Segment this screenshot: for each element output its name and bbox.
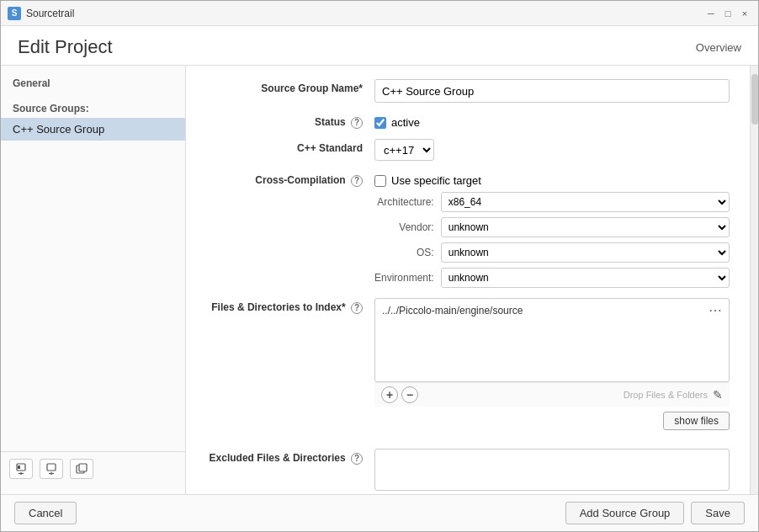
cpp-standard-label: C++ Standard [206, 139, 374, 154]
add-source-group-button[interactable]: Add Source Group [565, 502, 685, 524]
excluded-files-help-icon[interactable]: ? [351, 453, 363, 465]
add-file-button[interactable]: + [381, 386, 398, 403]
drop-hint-label: Drop Files & Folders [624, 390, 708, 400]
excluded-files-row: Excluded Files & Directories ? [206, 449, 730, 491]
right-buttons: Add Source Group Save [565, 502, 745, 524]
general-label: General [1, 74, 185, 93]
bottom-bar: Cancel Add Source Group Save [1, 494, 758, 531]
status-active-label: active [391, 116, 420, 129]
show-files-button[interactable]: show files [663, 412, 730, 430]
source-groups-label: Source Groups: [1, 99, 185, 118]
files-directories-help-icon[interactable]: ? [351, 302, 363, 314]
files-directories-label-container: Files & Directories to Index* ? [206, 298, 374, 314]
content-area: General Source Groups: C++ Source Group [1, 65, 758, 494]
cross-compilation-label: Cross-Compilation [255, 174, 345, 186]
cpp-standard-select[interactable]: c++17 c++14 c++11 c++03 [374, 139, 434, 161]
cross-compilation-control: Use specific target Architecture: x86_64… [374, 171, 730, 288]
source-group-name-input[interactable] [374, 79, 730, 103]
remove-file-button[interactable]: − [401, 386, 418, 403]
status-row: Status ? active [206, 113, 730, 129]
file-item-options-button[interactable]: ⋯ [709, 302, 722, 318]
cancel-button[interactable]: Cancel [14, 502, 77, 524]
architecture-select[interactable]: x86_64 [441, 192, 730, 212]
app-title: Sourcetrail [26, 8, 704, 19]
add-icon [15, 463, 27, 475]
status-help-icon[interactable]: ? [351, 117, 363, 129]
excluded-files-control [374, 449, 730, 491]
add-remove-buttons: + − [381, 386, 418, 403]
title-bar: S Sourcetrail ─ □ × [1, 1, 758, 26]
cpp-standard-row: C++ Standard c++17 c++14 c++11 c++03 [206, 139, 730, 161]
show-files-row: show files [374, 412, 730, 430]
add-group-icon-button[interactable] [9, 459, 33, 479]
copy-icon [76, 463, 88, 475]
status-label-container: Status ? [206, 113, 374, 129]
vendor-select[interactable]: unknown [441, 217, 730, 237]
overview-link[interactable]: Overview [696, 41, 741, 54]
arch-grid: Architecture: x86_64 Vendor: unknown OS:… [374, 192, 730, 288]
architecture-label: Architecture: [374, 196, 434, 208]
save-button[interactable]: Save [691, 502, 745, 524]
edit-file-icon[interactable]: ✎ [713, 388, 723, 402]
cpp-standard-control: c++17 c++14 c++11 c++03 [374, 139, 730, 161]
cross-compilation-label-container: Cross-Compilation ? [206, 171, 374, 187]
page-header: Edit Project Overview [1, 26, 758, 65]
vendor-label: Vendor: [374, 221, 434, 233]
excluded-files-box [374, 449, 730, 491]
window-controls: ─ □ × [704, 7, 751, 20]
file-list-toolbar: + − Drop Files & Folders ✎ [374, 382, 730, 407]
os-select[interactable]: unknown [441, 242, 730, 263]
files-directories-label: Files & Directories to Index* [211, 301, 345, 313]
cross-compilation-row: Cross-Compilation ? Use specific target … [206, 171, 730, 288]
cross-compilation-help-icon[interactable]: ? [351, 175, 363, 187]
file-list-box: ../../Piccolo-main/engine/source ⋯ [374, 298, 730, 382]
sidebar: General Source Groups: C++ Source Group [1, 66, 186, 494]
file-path-label: ../../Piccolo-main/engine/source [382, 305, 523, 317]
sidebar-item-cpp-source-group[interactable]: C++ Source Group [1, 118, 185, 141]
files-directories-row: Files & Directories to Index* ? ../../Pi… [206, 298, 730, 439]
files-directories-control: ../../Piccolo-main/engine/source ⋯ + − D… [374, 298, 730, 430]
specific-target-row: Use specific target [374, 171, 730, 187]
status-label: Status [315, 116, 346, 128]
main-window: S Sourcetrail ─ □ × Edit Project Overvie… [0, 0, 759, 532]
remove-icon [45, 463, 57, 475]
status-checkbox[interactable] [374, 117, 386, 129]
source-group-name-control [374, 79, 730, 103]
specific-target-checkbox[interactable] [374, 175, 386, 187]
maximize-button[interactable]: □ [721, 7, 735, 20]
copy-group-icon-button[interactable] [70, 459, 93, 479]
status-control: active [374, 113, 730, 129]
source-group-name-label: Source Group Name* [206, 79, 374, 94]
close-button[interactable]: × [738, 7, 751, 20]
environment-select[interactable]: unknown [441, 268, 730, 288]
source-group-name-row: Source Group Name* [206, 79, 730, 103]
svg-rect-3 [18, 466, 20, 469]
status-checkbox-row: active [374, 113, 730, 129]
os-label: OS: [374, 247, 434, 258]
svg-rect-4 [47, 464, 56, 471]
excluded-files-label-container: Excluded Files & Directories ? [206, 449, 374, 465]
scrollbar-thumb[interactable] [751, 74, 758, 125]
scrollbar-track[interactable] [750, 66, 758, 494]
environment-label: Environment: [374, 272, 434, 284]
page-title: Edit Project [18, 36, 113, 58]
main-panel: Source Group Name* Status ? active [186, 66, 750, 494]
svg-rect-8 [79, 464, 87, 471]
specific-target-label: Use specific target [391, 174, 481, 187]
sidebar-bottom [1, 451, 185, 486]
remove-group-icon-button[interactable] [40, 459, 63, 479]
file-list-item: ../../Piccolo-main/engine/source ⋯ [375, 299, 729, 322]
excluded-files-label: Excluded Files & Directories [210, 452, 346, 464]
minimize-button[interactable]: ─ [704, 7, 718, 20]
app-icon: S [8, 7, 21, 20]
